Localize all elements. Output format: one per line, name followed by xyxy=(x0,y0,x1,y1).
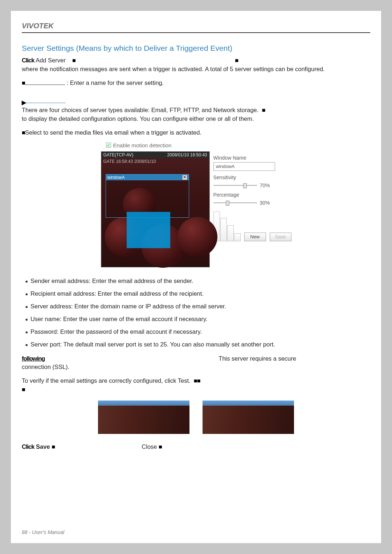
window-name-input[interactable] xyxy=(213,162,275,171)
sensitivity-slider[interactable] xyxy=(213,182,257,188)
email-select-text: Select to send the media files via email… xyxy=(25,129,201,136)
camera-preview[interactable]: GATE(TCP-AV) 2008/01/10 16:50:43 GATE 16… xyxy=(101,151,210,267)
server-type-line2: to display the detailed configuration op… xyxy=(22,115,254,122)
list-item: User name: Enter the user name of the em… xyxy=(25,316,370,323)
intro-paragraph: Click Add Server ■ ■ where the notificat… xyxy=(22,56,370,74)
percentage-label: Percentage xyxy=(213,192,291,198)
list-item: Password: Enter the password of the emai… xyxy=(25,328,370,335)
email-field-list: Sender email address: Enter the email ad… xyxy=(25,278,370,348)
cam-title-right: 2008/01/10 16:50:43 xyxy=(167,152,207,157)
save-label: Save xyxy=(36,443,50,450)
brand-logo: VIVOTEK xyxy=(22,22,54,30)
motion-selection[interactable] xyxy=(127,212,170,248)
cam-title-left: GATE(TCP-AV) xyxy=(103,152,134,157)
ssl-paragraph: following This server requires a secure … xyxy=(22,354,370,372)
motion-window-label: windowA xyxy=(107,175,125,180)
verify-img-2 xyxy=(203,401,294,434)
save-button-panel[interactable]: Save xyxy=(270,233,291,241)
list-item: Server address: Enter the domain name or… xyxy=(25,303,370,310)
enable-motion-checkbox[interactable]: ✓ xyxy=(106,143,111,148)
enable-motion-label: Enable motion detection xyxy=(113,142,172,148)
add-server-label: Add Server xyxy=(36,57,66,63)
motion-window[interactable]: windowA ✕ xyxy=(106,174,189,218)
server-type-line1: There are four choices of server types a… xyxy=(22,107,258,113)
page-footer: 88 - User's Manual xyxy=(22,529,64,535)
server-name-row: ■ : Enter a name for the server setting. xyxy=(22,79,370,87)
list-item: Sender email address: Enter the email ad… xyxy=(25,278,370,284)
verify-paragraph: To verify if the email settings are corr… xyxy=(22,377,370,394)
verify-screenshots xyxy=(22,401,370,434)
sensitivity-label: Sensitivity xyxy=(213,175,291,180)
section-title: Server Settings (Means by which to Deliv… xyxy=(22,44,370,53)
new-button[interactable]: New xyxy=(244,233,266,241)
close-label: Close xyxy=(142,443,157,450)
motion-detection-panel: ✓ Enable motion detection GATE(TCP-AV) 2… xyxy=(101,142,291,267)
intro-rest: where the notification messages are sent… xyxy=(22,66,325,72)
server-type-para: There are four choices of server types a… xyxy=(22,106,370,123)
bottom-line: Click Save ■ Close ■ xyxy=(22,443,370,450)
click-prefix-2: Click xyxy=(22,443,34,450)
verify-line1: To verify if the email settings are corr… xyxy=(22,377,191,384)
percentage-value: 30% xyxy=(260,200,270,206)
window-name-label: Window Name xyxy=(213,155,291,161)
ssl-line2: connection (SSL). xyxy=(22,364,69,370)
verify-img-1 xyxy=(98,401,189,434)
sensitivity-value: 70% xyxy=(260,182,270,188)
server-name-hint: : Enter a name for the server setting. xyxy=(67,79,164,86)
level-bars xyxy=(213,212,241,241)
list-item: Server port: The default mail server por… xyxy=(25,341,370,348)
close-icon[interactable]: ✕ xyxy=(182,175,187,180)
server-type-heading: ▶ xyxy=(22,99,370,106)
ssl-tail: This server requires a secure xyxy=(219,355,296,362)
email-select-line: ■Select to send the media files via emai… xyxy=(22,128,370,137)
percentage-slider[interactable] xyxy=(213,200,257,206)
list-item: Recipient email address: Enter the email… xyxy=(25,290,370,297)
cam-sub: GATE 16:58:43 2008/01/10 xyxy=(101,158,209,165)
click-prefix: Click xyxy=(22,57,34,63)
